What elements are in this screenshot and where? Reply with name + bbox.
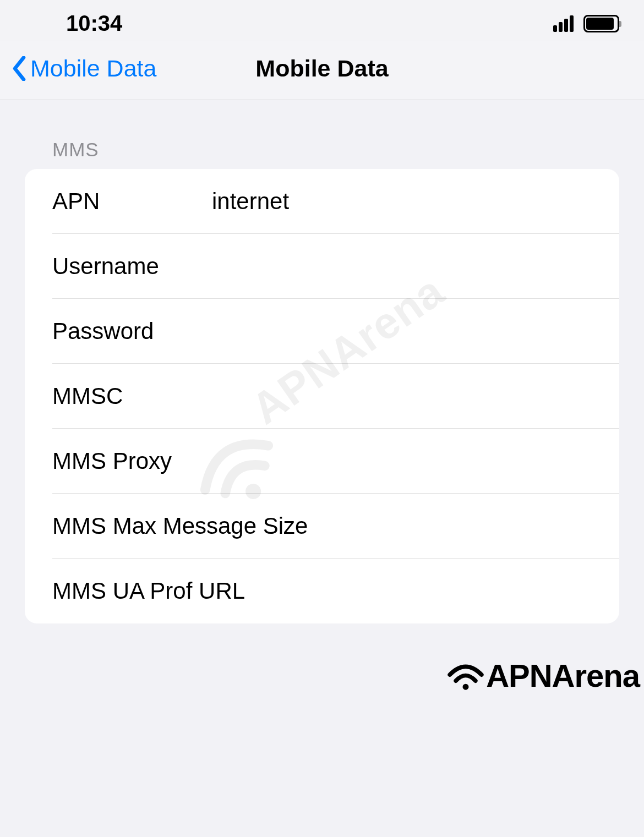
setting-label-mms-max-size: MMS Max Message Size — [52, 513, 308, 539]
setting-row-password[interactable]: Password — [52, 299, 619, 364]
setting-row-mms-max-size[interactable]: MMS Max Message Size — [52, 494, 619, 559]
signal-icon — [553, 15, 574, 32]
setting-label-password: Password — [52, 318, 154, 344]
setting-row-mmsc[interactable]: MMSC — [52, 364, 619, 429]
setting-label-mms-proxy: MMS Proxy — [52, 448, 172, 474]
setting-row-apn[interactable]: APN internet — [52, 169, 619, 234]
setting-row-username[interactable]: Username — [52, 234, 619, 299]
section-header-mms: MMS — [0, 100, 644, 169]
setting-label-apn: APN — [52, 188, 212, 215]
watermark-footer-text: APNArena — [486, 657, 640, 694]
setting-row-mms-proxy[interactable]: MMS Proxy — [52, 429, 619, 494]
back-button[interactable]: Mobile Data — [11, 55, 156, 82]
setting-label-mms-ua-prof: MMS UA Prof URL — [52, 578, 245, 604]
settings-group-mms: APN internet Username Password MMSC MMS … — [25, 169, 619, 623]
page-title: Mobile Data — [255, 55, 388, 82]
setting-label-mmsc: MMSC — [52, 383, 123, 409]
svg-point-1 — [463, 684, 469, 690]
setting-row-mms-ua-prof[interactable]: MMS UA Prof URL — [52, 559, 619, 623]
nav-bar: Mobile Data Mobile Data — [0, 41, 644, 100]
setting-value-apn[interactable]: internet — [212, 188, 619, 215]
wifi-icon — [446, 660, 485, 691]
chevron-left-icon — [11, 56, 28, 81]
status-bar: 10:34 — [0, 0, 644, 41]
setting-label-username: Username — [52, 253, 159, 280]
watermark-footer: APNArena — [446, 657, 640, 694]
status-indicators — [553, 15, 619, 32]
status-time: 10:34 — [66, 11, 122, 36]
battery-icon — [583, 15, 619, 32]
back-label: Mobile Data — [30, 55, 156, 82]
